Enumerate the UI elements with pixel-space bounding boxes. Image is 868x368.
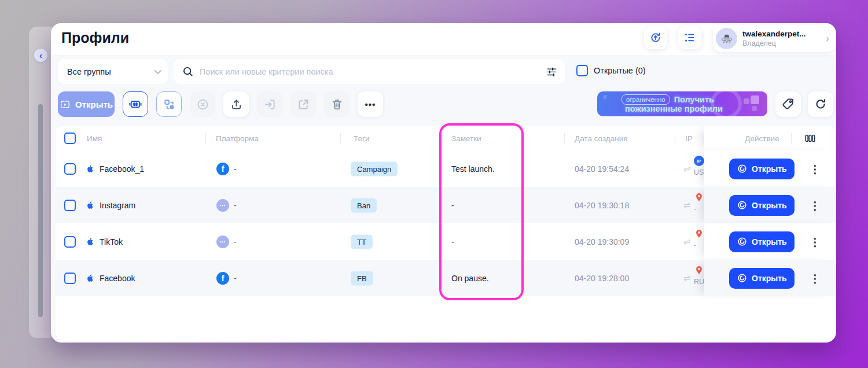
x-circle-icon: [196, 98, 209, 111]
open-profile-label: Открыть: [752, 274, 787, 283]
tag-icon: [781, 97, 795, 111]
col-header-action: Действие: [730, 134, 794, 143]
select-all-checkbox[interactable]: [64, 133, 76, 144]
desktop-background: ‹ Профили: [0, 0, 868, 368]
open-profile-button[interactable]: Открыть: [729, 195, 795, 216]
open-profile-button[interactable]: Открыть: [729, 159, 795, 179]
row-checkbox[interactable]: [64, 163, 76, 175]
open-selected-button[interactable]: Открыть: [58, 91, 115, 117]
promo-line1: ограниченно Получить: [621, 94, 714, 105]
opened-profiles-filter[interactable]: Открытые (0): [576, 65, 646, 76]
generic-platform-icon: •••: [216, 199, 229, 212]
delete-button[interactable]: [324, 91, 350, 117]
col-header-created: Дата создания: [575, 134, 628, 143]
avatar: [716, 28, 737, 49]
automation-robot-button[interactable]: [123, 91, 148, 117]
vertical-scrollbar[interactable]: [38, 104, 43, 317]
created-date: 04-20 19:30:18: [575, 201, 629, 210]
action-cell: Открыть ⋮: [704, 260, 835, 296]
promo-square-decor: [752, 106, 757, 111]
column-divider: [443, 133, 443, 143]
col-header-ip: IP: [685, 134, 693, 143]
stop-profiles-button[interactable]: [190, 91, 215, 117]
search-input[interactable]: [200, 67, 540, 76]
browser-icon: [737, 236, 748, 247]
row-checkbox[interactable]: [64, 273, 76, 284]
chevron-down-icon: [155, 67, 162, 75]
apple-os-icon: [86, 200, 95, 210]
proxy-swap-icon[interactable]: ⇌: [683, 164, 691, 174]
column-divider: [791, 133, 792, 143]
platform-dash: -: [234, 164, 237, 174]
open-profile-button[interactable]: Открыть: [729, 231, 795, 252]
profile-name: TikTok: [100, 237, 123, 246]
apple-os-icon: [86, 237, 95, 246]
tag-badge: Ban: [351, 198, 377, 212]
column-settings-icon[interactable]: [804, 132, 816, 145]
ip-badge-icon: IP: [694, 156, 704, 166]
filter-sliders-icon[interactable]: [546, 65, 558, 78]
upload-button[interactable]: [223, 91, 249, 117]
row-checkbox[interactable]: [64, 200, 76, 211]
proxy-swap-icon[interactable]: ⇌: [683, 273, 691, 284]
import-arrow-icon: [263, 98, 277, 111]
open-profile-label: Открыть: [752, 237, 787, 246]
trash-icon: [330, 98, 344, 111]
browser-icon: [737, 273, 748, 284]
robot-icon: [128, 97, 142, 111]
move-to-folder-button[interactable]: [257, 91, 282, 117]
promo-limited-badge: ограниченно: [621, 94, 670, 105]
facebook-platform-icon: f: [216, 163, 229, 175]
lifetime-profiles-promo-banner[interactable]: ограниченно Получить пожизненные профили: [597, 91, 767, 116]
facebook-platform-icon: f: [216, 272, 229, 285]
proxy-swap-icon[interactable]: ⇌: [683, 200, 691, 211]
tags-button[interactable]: [775, 91, 801, 117]
promo-text-2: пожизненные профили: [625, 104, 723, 113]
open-profile-button[interactable]: Открыть: [729, 268, 795, 289]
user-account-card[interactable]: twalexanderpet... Владелец ›: [713, 25, 835, 52]
promo-text-1: Получить: [674, 95, 714, 104]
open-profile-label: Открыть: [752, 201, 787, 210]
row-menu-button[interactable]: ⋮: [810, 236, 821, 247]
proxy-swap-icon[interactable]: ⇌: [683, 237, 691, 247]
col-header-notes: Заметки: [451, 134, 481, 143]
row-menu-button[interactable]: ⋮: [810, 163, 821, 174]
browser-icon: [737, 163, 748, 174]
col-header-tags: Теги: [354, 134, 369, 143]
workflow-nodes-button[interactable]: [156, 91, 182, 117]
more-actions-button[interactable]: •••: [358, 91, 383, 117]
open-selected-label: Открыть: [75, 100, 113, 109]
created-date: 04-20 19:54:24: [575, 164, 629, 174]
promo-square-decor: [744, 98, 749, 104]
sidebar-collapse-button[interactable]: ‹: [34, 49, 47, 62]
search-bar: [174, 59, 565, 84]
chevron-right-icon: ›: [826, 33, 829, 45]
table-row: Facebook f - FB On pause. 04-20 19:28:00…: [56, 260, 835, 296]
created-date: 04-20 19:30:09: [575, 237, 629, 246]
share-export-button[interactable]: [290, 91, 316, 117]
panel-header: Профили: [51, 23, 836, 55]
apple-os-icon: [86, 273, 95, 283]
row-menu-button[interactable]: ⋮: [810, 273, 821, 284]
refresh-button[interactable]: [808, 91, 833, 117]
platform-dash: -: [234, 274, 237, 283]
action-cell: Открыть ⋮: [704, 187, 835, 223]
platform-dash: -: [234, 237, 237, 246]
user-role: Владелец: [742, 39, 821, 47]
row-menu-button[interactable]: ⋮: [810, 200, 821, 211]
user-name: twalexanderpet...: [742, 30, 821, 38]
sync-profiles-button[interactable]: [644, 26, 667, 49]
action-cell: Открыть ⋮: [704, 223, 835, 260]
chevron-left-icon: ‹: [39, 50, 42, 60]
row-checkbox[interactable]: [64, 236, 76, 248]
user-meta: twalexanderpet... Владелец: [742, 30, 821, 47]
page-title: Профили: [61, 30, 129, 46]
refresh-icon: [814, 97, 827, 111]
profile-name: Facebook: [100, 274, 135, 283]
groups-dropdown[interactable]: Все группы: [58, 59, 168, 84]
opened-checkbox[interactable]: [576, 65, 588, 76]
generic-platform-icon: •••: [216, 235, 229, 248]
apple-os-icon: [86, 164, 95, 174]
action-column-header: Действие: [704, 126, 835, 150]
list-view-button[interactable]: [678, 26, 701, 49]
